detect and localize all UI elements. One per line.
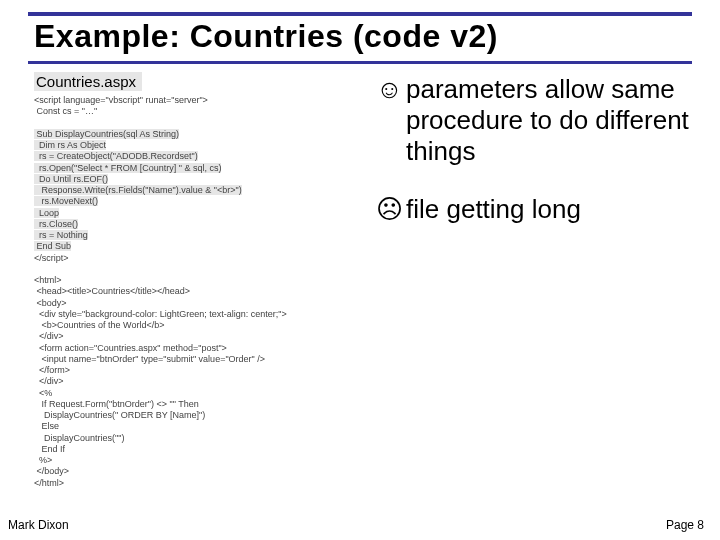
code-line: <% (34, 388, 52, 398)
code-line-highlight: Dim rs As Object (34, 140, 106, 150)
bullet-negative: ☹ file getting long (376, 194, 692, 225)
code-line: <input name="btnOrder" type="submit" val… (34, 354, 265, 364)
code-line: DisplayCountries("") (34, 433, 124, 443)
bullet-text: file getting long (406, 194, 692, 225)
bullet-positive: ☺ parameters allow same procedure to do … (376, 74, 692, 168)
code-line-highlight: rs = Nothing (34, 230, 88, 240)
right-column: ☺ parameters allow same procedure to do … (376, 72, 692, 489)
slide: Example: Countries (code v2) Countries.a… (0, 0, 720, 540)
code-line: <body> (34, 298, 67, 308)
footer-page: Page 8 (666, 518, 704, 532)
code-line: <head><title>Countries</title></head> (34, 286, 190, 296)
smile-icon: ☺ (376, 74, 406, 105)
code-line: <script language="vbscript" runat="serve… (34, 95, 208, 105)
frown-icon: ☹ (376, 194, 406, 225)
code-line-highlight: Response.Write(rs.Fields("Name").value &… (34, 185, 242, 195)
code-line-highlight: Sub DisplayCountries(sql As String) (34, 129, 179, 139)
code-line: If Request.Form("btnOrder") <> "" Then (34, 399, 199, 409)
footer-author: Mark Dixon (8, 518, 69, 532)
code-line: </div> (34, 331, 64, 341)
code-line-highlight: rs.Close() (34, 219, 78, 229)
filename-label: Countries.aspx (34, 72, 142, 91)
code-line-highlight: Loop (34, 208, 59, 218)
code-line-highlight: Do Until rs.EOF() (34, 174, 108, 184)
bullet-text: parameters allow same procedure to do di… (406, 74, 692, 168)
code-line: Else (34, 421, 59, 431)
code-line: </body> (34, 466, 69, 476)
code-line: </script> (34, 253, 69, 263)
code-line: Const cs = "…" (34, 106, 97, 116)
code-line: %> (34, 455, 52, 465)
page-title: Example: Countries (code v2) (34, 18, 692, 55)
code-line: </html> (34, 478, 64, 488)
code-line: </div> (34, 376, 64, 386)
code-line: <html> (34, 275, 62, 285)
code-line-highlight: rs.MoveNext() (34, 196, 98, 206)
code-line: End If (34, 444, 65, 454)
code-line: <div style="background-color: LightGreen… (34, 309, 287, 319)
code-line: <b>Countries of the World</b> (34, 320, 164, 330)
code-line-highlight: End Sub (34, 241, 71, 251)
left-column: Countries.aspx <script language="vbscrip… (28, 72, 358, 489)
bottom-rule (28, 61, 692, 64)
code-block: <script language="vbscript" runat="serve… (28, 95, 358, 489)
code-line-highlight: rs.Open("Select * FROM [Country] " & sql… (34, 163, 221, 173)
content-row: Countries.aspx <script language="vbscrip… (28, 72, 692, 489)
code-line-highlight: rs = CreateObject("ADODB.Recordset") (34, 151, 198, 161)
code-line: <form action="Countries.aspx" method="po… (34, 343, 227, 353)
code-line: </form> (34, 365, 70, 375)
top-rule (28, 12, 692, 16)
code-line: DisplayCountries(" ORDER BY [Name]") (34, 410, 205, 420)
